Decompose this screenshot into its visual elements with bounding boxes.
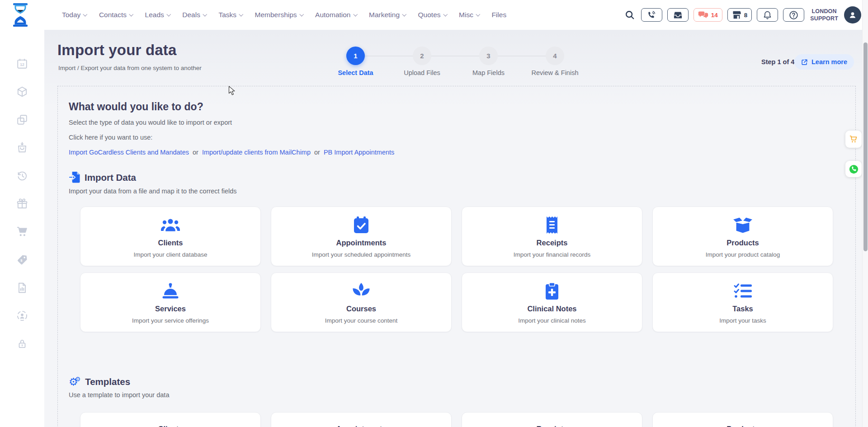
phone-volume-icon: [647, 10, 656, 19]
page-scrollbar[interactable]: [862, 0, 868, 427]
whatsapp-widget-button[interactable]: [845, 161, 862, 177]
template-cards-grid: Clients Appointments Receipts Products: [80, 412, 833, 427]
clone-icon[interactable]: [16, 114, 28, 126]
step-circle: 1: [346, 47, 365, 65]
nav-item-files[interactable]: Files: [491, 11, 506, 19]
card-services[interactable]: Services Import your service offerings: [80, 272, 261, 332]
external-link-icon: [801, 59, 808, 66]
card-title: Appointments: [336, 239, 387, 247]
import-data-section: Import Data Import your data from a file…: [69, 171, 844, 332]
nav-item-deals[interactable]: Deals: [182, 11, 206, 19]
nav-item-tasks[interactable]: Tasks: [218, 11, 242, 19]
template-card-receipts[interactable]: Receipts: [462, 412, 642, 427]
card-title: Clients: [158, 425, 183, 427]
nav-item-marketing[interactable]: Marketing: [369, 11, 406, 19]
nav-item-misc[interactable]: Misc: [459, 11, 479, 19]
step-select-data[interactable]: 1 Select Data: [322, 47, 389, 76]
card-products[interactable]: Products Import your product catalog: [652, 206, 833, 266]
nav-label: Files: [491, 11, 506, 19]
user-avatar[interactable]: [844, 6, 861, 23]
card-title: Courses: [346, 305, 376, 313]
step-circle: 2: [413, 47, 431, 65]
link-gocardless[interactable]: Import GoCardless Clients and Mandates: [69, 149, 189, 156]
nav-item-quotes[interactable]: Quotes: [418, 11, 447, 19]
inbox-button[interactable]: [667, 8, 689, 22]
history-icon[interactable]: [16, 170, 28, 182]
step-circle: 3: [479, 47, 498, 65]
report-icon[interactable]: [16, 282, 28, 294]
card-title: Services: [155, 305, 186, 313]
template-card-appointments[interactable]: Appointments: [271, 412, 452, 427]
user-circle-icon[interactable]: [16, 310, 28, 322]
card-tasks[interactable]: Tasks Import your tasks: [652, 272, 833, 332]
store-button[interactable]: 8: [727, 8, 752, 22]
intro-heading: What would you like to do?: [69, 101, 844, 113]
search-icon[interactable]: [625, 10, 635, 20]
svg-text:12: 12: [20, 62, 24, 67]
step-indicator: Step 1 of 4: [761, 58, 794, 66]
store-count-badge: 8: [744, 12, 748, 19]
account-line1: LONDON: [810, 8, 838, 15]
card-courses[interactable]: Courses Import your course content: [271, 272, 452, 332]
scrollbar-thumb[interactable]: [863, 42, 868, 251]
cube-icon[interactable]: [16, 86, 28, 98]
card-description: Import your service offerings: [132, 317, 209, 324]
price-tag-icon[interactable]: $: [16, 254, 28, 266]
lock-icon[interactable]: [16, 338, 28, 350]
nav-item-today[interactable]: Today: [62, 11, 87, 19]
link-separator: or: [193, 149, 198, 156]
template-card-products[interactable]: Products: [652, 412, 833, 427]
gift-icon[interactable]: [16, 198, 28, 210]
card-appointments[interactable]: Appointments Import your scheduled appoi…: [271, 206, 452, 266]
leaf-icon: [352, 282, 370, 300]
bag-import-icon[interactable]: [16, 142, 28, 154]
card-description: Import your product catalog: [706, 251, 780, 258]
users-icon: [160, 216, 180, 234]
cart-widget-button[interactable]: [845, 131, 862, 148]
calendar-icon[interactable]: 12: [16, 58, 28, 70]
chat-notifications-button[interactable]: 14: [693, 8, 722, 22]
main-nav: Today Contacts Leads Deals Tasks Members…: [62, 0, 506, 30]
inbox-icon: [673, 11, 683, 19]
step-upload-files[interactable]: 2 Upload Files: [389, 47, 455, 76]
hourglass-logo-icon: [10, 3, 31, 27]
page-subtitle: Import / Export your data from one syste…: [58, 65, 202, 71]
step-map-fields[interactable]: 3 Map Fields: [455, 47, 522, 76]
nav-item-leads[interactable]: Leads: [145, 11, 170, 19]
card-title: Appointments: [336, 425, 387, 427]
card-clinical-notes[interactable]: Clinical Notes Import your clinical note…: [462, 272, 642, 332]
card-clients[interactable]: Clients Import your client database: [80, 206, 261, 266]
file-import-icon: [69, 171, 80, 183]
nav-label: Leads: [145, 11, 164, 19]
phone-button[interactable]: [641, 8, 662, 22]
chevron-down-icon: [476, 12, 480, 16]
nav-label: Memberships: [255, 11, 297, 19]
link-pb-appointments[interactable]: PB Import Appointments: [324, 149, 394, 156]
cart-icon[interactable]: [16, 226, 28, 238]
nav-label: Tasks: [218, 11, 236, 19]
card-title: Clients: [158, 239, 183, 247]
chevron-down-icon: [166, 12, 170, 16]
top-header: Today Contacts Leads Deals Tasks Members…: [0, 0, 868, 30]
link-mailchimp[interactable]: Import/update clients from MailChimp: [202, 149, 311, 156]
notifications-button[interactable]: [757, 8, 778, 22]
templates-subtitle: Use a template to import your data: [69, 391, 844, 399]
help-button[interactable]: [783, 8, 804, 22]
card-receipts[interactable]: Receipts Import your financial records: [462, 206, 642, 266]
card-description: Import your tasks: [719, 317, 766, 324]
nav-item-memberships[interactable]: Memberships: [255, 11, 303, 19]
chat-bubbles-icon: [698, 11, 708, 19]
intro-click-prompt: Click here if you want to use:: [69, 134, 844, 141]
nav-item-automation[interactable]: Automation: [315, 11, 357, 19]
nav-item-contacts[interactable]: Contacts: [99, 11, 133, 19]
learn-more-button[interactable]: Learn more: [794, 54, 854, 70]
step-label: Map Fields: [472, 69, 505, 76]
app-logo[interactable]: [10, 3, 31, 28]
card-description: Import your clinical notes: [518, 317, 585, 324]
chevron-down-icon: [83, 12, 87, 16]
box-open-icon: [733, 216, 753, 234]
step-review-finish[interactable]: 4 Review & Finish: [522, 47, 588, 76]
gears-icon: ⚙⚙: [69, 377, 80, 387]
template-card-clients[interactable]: Clients: [80, 412, 261, 427]
page-title: Import your data: [57, 42, 177, 59]
